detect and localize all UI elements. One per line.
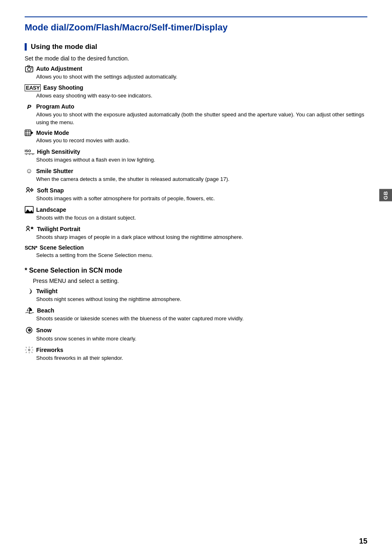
svg-rect-2 <box>28 65 30 67</box>
smile-icon: ☺ <box>25 167 34 175</box>
movie-icon <box>25 130 34 136</box>
beach-desc: Shoots seaside or lakeside scenes with t… <box>36 315 367 323</box>
scn-label: Scene Selection <box>40 244 84 251</box>
camera-icon <box>25 65 34 72</box>
scn-icon: SCN* <box>25 245 37 251</box>
svg-point-3 <box>31 67 32 68</box>
mode-landscape: Landscape Shoots with the focus on a dis… <box>25 206 367 222</box>
soft-snap-desc: Shoots images with a softer atmosphere f… <box>36 195 367 203</box>
page-number: 15 <box>359 537 367 546</box>
heading-bar <box>25 43 27 51</box>
svg-point-19 <box>31 191 32 192</box>
twilight-portrait-label: Twilight Portrait <box>37 226 81 232</box>
landscape-desc: Shoots with the focus on a distant subje… <box>36 214 367 222</box>
program-auto-desc: Allows you to shoot with the exposure ad… <box>36 111 367 127</box>
svg-text:ISO: ISO <box>25 149 31 153</box>
snow-desc: Shoots snow scenes in white more clearly… <box>36 335 367 343</box>
fireworks-label: Fireworks <box>36 347 63 353</box>
svg-text:❄: ❄ <box>28 328 31 333</box>
mode-twilight: Twilight Shoots night scenes without los… <box>25 287 367 303</box>
svg-point-23 <box>27 226 29 229</box>
mode-program-auto: P Program Auto Allows you to shoot with … <box>25 103 367 127</box>
fireworks-desc: Shoots fireworks in all their splendor. <box>36 354 367 362</box>
svg-line-34 <box>32 352 32 353</box>
svg-line-36 <box>26 352 27 353</box>
easy-icon: EASY <box>25 84 41 91</box>
svg-marker-9 <box>31 131 33 134</box>
svg-point-20 <box>30 190 31 190</box>
snow-label: Snow <box>36 327 51 333</box>
twilight-label: Twilight <box>36 288 58 294</box>
landscape-icon <box>25 206 34 213</box>
mode-auto-adjustment: Auto Adjustment Allows you to shoot with… <box>25 65 367 81</box>
scn-desc: Selects a setting from the Scene Selecti… <box>36 252 367 259</box>
gb-badge: GB <box>379 189 392 201</box>
twilight-desc: Shoots night scenes without losing the n… <box>36 296 367 303</box>
svg-point-28 <box>28 349 30 351</box>
soft-snap-label: Soft Snap <box>37 187 64 194</box>
mode-movie: Movie Mode Allows you to record movies w… <box>25 130 367 145</box>
section1-heading: Using the mode dial <box>25 43 367 51</box>
section2-heading: * Scene Selection in SCN mode <box>25 267 367 274</box>
iso-icon: ISO <box>25 148 35 155</box>
twilight-portrait-desc: Shoots sharp images of people in a dark … <box>36 234 367 241</box>
mode-easy-shooting: EASY Easy Shooting Allows easy shooting … <box>25 84 367 100</box>
softsnap-icon <box>25 187 35 194</box>
landscape-label: Landscape <box>36 206 66 213</box>
mode-fireworks: Fireworks Shoots fireworks in all their … <box>25 346 367 362</box>
mode-smile-shutter: ☺ Smile Shutter When the camera detects … <box>25 167 367 183</box>
svg-point-18 <box>32 190 33 190</box>
section2-intro: Press MENU and select a setting. <box>33 278 367 284</box>
svg-line-33 <box>26 347 27 348</box>
easy-shooting-desc: Allows easy shooting with easy-to-see in… <box>36 92 367 100</box>
auto-adjustment-label: Auto Adjustment <box>36 65 82 72</box>
svg-point-1 <box>28 68 31 71</box>
mode-scn: SCN* Scene Selection Selects a setting f… <box>25 244 367 259</box>
movie-mode-label: Movie Mode <box>36 130 69 136</box>
svg-rect-4 <box>25 130 31 136</box>
svg-marker-24 <box>30 226 34 229</box>
svg-point-15 <box>27 188 29 190</box>
smile-shutter-label: Smile Shutter <box>36 168 73 174</box>
beach-icon <box>25 307 35 314</box>
section2-heading-text: * Scene Selection in SCN mode <box>25 267 122 274</box>
program-auto-label: Program Auto <box>36 103 74 110</box>
mode-twilight-portrait: Twilight Portrait Shoots sharp images of… <box>25 225 367 241</box>
twilight-icon <box>25 287 34 295</box>
svg-point-17 <box>31 188 32 189</box>
high-sensitivity-desc: Shoots images without a flash even in lo… <box>36 156 367 164</box>
top-border <box>25 16 367 17</box>
mode-beach: Beach Shoots seaside or lakeside scenes … <box>25 307 367 323</box>
auto-adjustment-desc: Allows you to shoot with the settings ad… <box>36 73 367 81</box>
mode-snow: ❄ Snow Shoots snow scenes in white more … <box>25 326 367 343</box>
svg-line-35 <box>32 347 32 348</box>
svg-marker-22 <box>25 209 33 213</box>
snow-icon: ❄ <box>25 326 34 334</box>
beach-label: Beach <box>37 307 54 314</box>
mode-high-sensitivity: ISO High Sensitivity Shoots images witho… <box>25 148 367 164</box>
mode-soft-snap: Soft Snap Shoots images with a softer at… <box>25 187 367 203</box>
p-icon: P <box>25 103 34 110</box>
twilightportrait-icon <box>25 225 35 233</box>
section1-intro: Set the mode dial to the desired functio… <box>25 55 367 62</box>
easy-shooting-label: Easy Shooting <box>43 84 83 91</box>
smile-shutter-desc: When the camera detects a smile, the shu… <box>36 176 367 183</box>
fireworks-icon <box>25 346 34 354</box>
high-sensitivity-label: High Sensitivity <box>37 148 80 155</box>
main-title: Mode dial/Zoom/Flash/Macro/Self-timer/Di… <box>25 22 367 33</box>
movie-mode-desc: Allows you to record movies with audio. <box>36 137 367 145</box>
